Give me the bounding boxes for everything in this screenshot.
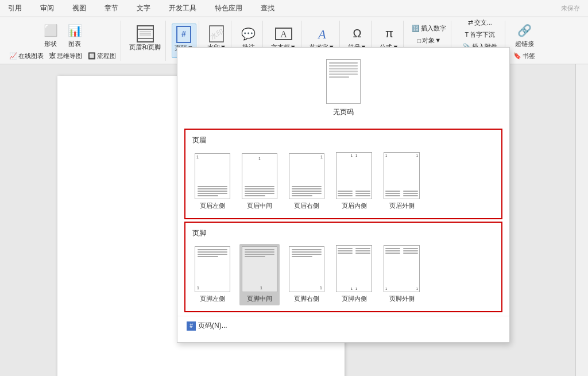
right-half-page: 1 [354,153,372,199]
online-chart-button[interactable]: 📈 在线图表 [7,51,46,61]
menu-item-featured[interactable]: 特色应用 [211,2,246,14]
bookmark-button[interactable]: 🔖 书签 [511,51,537,61]
menu-item-review[interactable]: 审阅 [37,2,57,14]
footer-left-item[interactable]: 1 页脚左侧 [192,244,233,305]
header-right-preview: 1 [289,153,324,199]
content-line [403,193,418,194]
content-line [245,195,265,196]
header-outer-label: 页眉外侧 [389,201,415,210]
content-line [385,191,400,192]
footer-left-preview: 1 [195,246,230,292]
online-chart-icon: 📈 [9,52,17,60]
content-line [198,249,227,250]
header-center-label: 页眉中间 [247,201,272,210]
exchange-button[interactable]: ⇄ 交文... [466,17,494,28]
header-footer-button[interactable]: 页眉和页脚 [127,24,163,58]
shapes-button[interactable]: ⬜ 形状 [39,20,62,49]
footer-center-item[interactable]: 1 页脚中间 [239,244,280,305]
page-number-settings-link[interactable]: # 页码(N)... [177,316,509,335]
page-number-settings-icon: # [187,321,196,331]
content-line [355,248,370,249]
center-num-wrapper: 1 [244,286,278,290]
insert-number-icon: 🔢 [412,25,420,32]
exchange-icon: ⇄ [468,19,473,26]
shapes-row: ⬜ 形状 📊 图表 [39,20,86,49]
mindmap-button[interactable]: 🕸 思维导图 [47,51,84,61]
menu-item-search[interactable]: 查找 [257,2,278,14]
outer-num-right: 1 [416,154,418,157]
content-line [245,193,274,194]
chart-button[interactable]: 📊 图表 [63,20,86,49]
object-button[interactable]: □ 对象▼ [415,35,444,46]
mindmap-label: 思维导图 [57,52,82,60]
page-number-dropdown: 无页码 页眉 1 页眉左侧 [177,47,510,343]
content-line [292,193,322,194]
half-lines [403,248,418,254]
content-line [403,250,418,251]
object-icon: □ [417,37,421,44]
page-num-center: 1 [258,157,261,161]
flowchart-icon: 🔲 [88,52,96,60]
content-line [198,193,227,194]
chart-icon: 📊 [65,21,84,40]
content-line [355,195,370,196]
menu-item-view[interactable]: 视图 [69,2,90,14]
preview-line [329,65,358,67]
half-lines [355,191,370,196]
content-line [385,253,400,254]
footer-center-label: 页脚中间 [247,294,272,303]
footer-inner-item[interactable]: 1 1 页脚内侧 [334,243,374,305]
content-line [198,256,218,257]
content-line [198,186,227,187]
inner-num-left: 1 [355,154,357,157]
svg-text:#: # [182,29,187,38]
page-num-bottom-center: 1 [260,286,262,290]
header-inner-label: 页眉内侧 [342,201,367,210]
menu-item-text[interactable]: 文字 [133,2,154,14]
footer-outer-item[interactable]: 1 1 页脚外侧 [381,243,422,305]
misc-group3: 🔗 超链接 🔖 书签 [509,21,540,61]
header-footer-group: 页眉和页脚 [125,21,166,61]
content-line [292,251,322,253]
insert-number-button[interactable]: 🔢 插入数字 [409,23,448,34]
top-lines [292,249,322,257]
menu-item-cite[interactable]: 引用 [5,2,25,14]
content-line [198,188,227,189]
footer-inner-num2: 1 [355,287,357,290]
preview-line [329,73,358,75]
preview-line [329,71,358,72]
content-line [403,253,418,254]
right-sidebar[interactable] [575,64,588,376]
header-left-item[interactable]: 1 页眉左侧 [192,151,233,212]
hyperlink-button[interactable]: 🔗 超链接 [513,20,536,49]
page-num: 1 [196,155,199,159]
hash-icon: # [189,323,193,329]
content-line [198,191,227,192]
header-right-item[interactable]: 1 页眉右侧 [287,151,327,212]
content-line [245,186,274,187]
page-number-icon: # [175,25,193,44]
menu-item-devtools[interactable]: 开发工具 [165,2,200,14]
content-line [245,251,274,253]
header-right-label: 页眉右侧 [294,201,319,210]
content-line [292,191,322,192]
header-center-item[interactable]: 1 页眉中间 [239,151,280,212]
symbol-icon: Ω [348,25,366,43]
header-outer-item[interactable]: 1 1 [381,150,422,212]
footer-right-item[interactable]: 1 页脚右侧 [287,244,327,305]
shapes-icon: ⬜ [41,21,60,40]
header-outer-preview: 1 1 [384,152,420,199]
insert-number-label: 插入数字 [421,24,446,33]
bookmark-label: 书签 [523,52,535,60]
page-num-bottom-right: 1 [320,286,322,290]
textbox-icon: A [274,25,293,43]
footer-center-preview: 1 [242,246,277,292]
no-page-option[interactable]: 无页码 [177,55,509,126]
menu-item-chapter[interactable]: 章节 [101,2,122,14]
header-inner-item[interactable]: 1 1 [334,150,374,212]
shapes-label: 形状 [44,40,57,48]
footer-inner-preview: 1 1 [336,245,372,292]
dropcap-button[interactable]: T 首字下沉 [462,29,497,40]
flowchart-button[interactable]: 🔲 流程图 [86,51,118,61]
preview-line [329,62,358,64]
